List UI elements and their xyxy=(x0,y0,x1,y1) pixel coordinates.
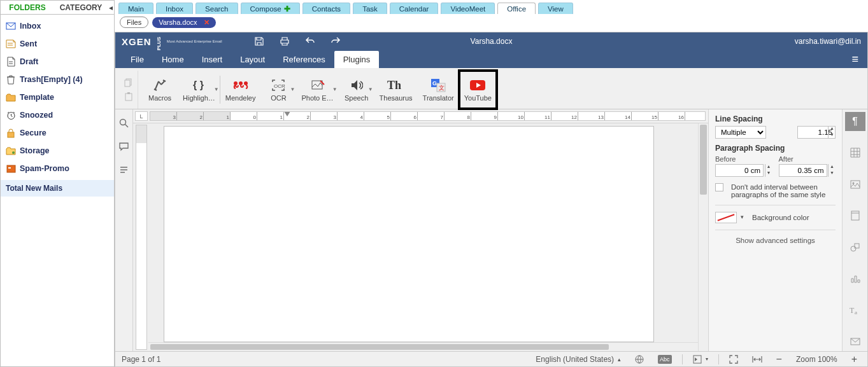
background-color-swatch[interactable] xyxy=(715,212,737,223)
page-indicator[interactable]: Page 1 of 1 xyxy=(122,355,160,364)
shape-mode-icon[interactable] xyxy=(845,238,865,257)
horizontal-scrollbar[interactable] xyxy=(148,342,698,351)
sidebar-total-new-mails[interactable]: Total New Mails xyxy=(1,180,114,197)
undo-icon[interactable] xyxy=(305,36,315,46)
folder-icon xyxy=(6,92,16,102)
tab-main[interactable]: Main xyxy=(118,3,153,14)
plugin-youtube[interactable]: YouTube xyxy=(459,71,497,109)
horizontal-ruler[interactable]: 3210123456789101112131415161718 xyxy=(150,111,706,121)
plugin-label: Highligh… xyxy=(183,94,215,102)
tab-contacts[interactable]: Contacts xyxy=(302,3,350,14)
menu-plugins[interactable]: Plugins xyxy=(334,51,380,68)
plugin-thesaurus[interactable]: ThThesaurus xyxy=(374,71,418,109)
tab-task[interactable]: Task xyxy=(353,3,387,14)
chart-mode-icon[interactable] xyxy=(845,270,865,289)
sidebar-item-inbox[interactable]: Inbox xyxy=(1,17,114,35)
sidebar-item-storage[interactable]: Storage xyxy=(1,142,114,160)
tab-inbox[interactable]: Inbox xyxy=(156,3,193,14)
sidebar-item-draft[interactable]: Draft xyxy=(1,53,114,71)
svg-point-25 xyxy=(852,182,854,184)
folder-icon xyxy=(6,57,16,67)
line-spacing-title: Line Spacing xyxy=(715,114,836,123)
sidebar-collapse-icon[interactable]: ◂ xyxy=(108,3,114,12)
fit-width-icon[interactable] xyxy=(748,356,766,363)
redo-icon[interactable] xyxy=(331,36,341,46)
zoom-in-icon[interactable]: + xyxy=(848,354,861,365)
sidebar-item-template[interactable]: Template xyxy=(1,88,114,106)
table-mode-icon[interactable] xyxy=(845,144,865,163)
menu-more-icon[interactable]: ≡ xyxy=(849,53,861,66)
spellcheck-icon[interactable]: Abc xyxy=(654,355,676,364)
tab-compose[interactable]: Compose✚ xyxy=(241,3,300,14)
plugin-mendeley[interactable]: Mendeley xyxy=(220,71,261,109)
svg-rect-26 xyxy=(851,211,859,220)
spacing-before-input[interactable] xyxy=(715,164,764,177)
document-canvas[interactable] xyxy=(148,123,698,351)
plugin-highligh[interactable]: { }Highligh…▼ xyxy=(178,71,220,109)
tab-office[interactable]: Office xyxy=(497,3,536,14)
track-changes-icon[interactable]: ▾ xyxy=(689,355,712,364)
close-document-icon[interactable]: ✕ xyxy=(204,18,210,27)
sidebar-tab-folders[interactable]: FOLDERS xyxy=(1,1,54,14)
advanced-settings-link[interactable]: Show advanced settings xyxy=(715,237,836,244)
textart-mode-icon[interactable]: Ta xyxy=(845,301,865,320)
paste-icon[interactable] xyxy=(124,92,133,101)
folder-icon xyxy=(6,128,16,138)
comments-icon[interactable] xyxy=(119,142,129,151)
paragraph-mode-icon[interactable]: ¶ xyxy=(845,112,865,131)
tab-view[interactable]: View xyxy=(538,3,573,14)
zoom-level[interactable]: Zoom 100% xyxy=(792,355,841,364)
sidebar-item-sent[interactable]: Sent xyxy=(1,35,114,53)
speech-icon xyxy=(350,78,363,92)
svg-rect-5 xyxy=(8,167,11,169)
sidebar-item-snoozed[interactable]: Snoozed xyxy=(1,106,114,124)
plugin-speech[interactable]: Speech▼ xyxy=(339,71,374,109)
ruler-corner: L xyxy=(135,111,148,121)
fit-page-icon[interactable] xyxy=(725,355,742,364)
sidebar-tab-category[interactable]: CATEGORY xyxy=(54,1,108,14)
no-interval-checkbox[interactable] xyxy=(715,183,723,191)
mail-mode-icon[interactable] xyxy=(845,333,865,352)
mail-sidebar: FOLDERS CATEGORY ◂ InboxSentDraftTrash[E… xyxy=(0,0,115,367)
open-document-pill[interactable]: Varsha.docx ✕ xyxy=(152,17,215,28)
tab-calendar[interactable]: Calendar xyxy=(390,3,439,14)
plugin-ocr[interactable]: OCROCR▼ xyxy=(260,71,296,109)
sidebar-item-trash-empty-4[interactable]: Trash[Empty] (4) xyxy=(1,71,114,88)
files-button[interactable]: Files xyxy=(120,17,148,28)
menu-insert[interactable]: Insert xyxy=(193,51,232,68)
vertical-ruler[interactable] xyxy=(136,125,147,350)
menu-references[interactable]: References xyxy=(274,51,334,68)
sidebar-item-spam-promo[interactable]: Spam-Promo xyxy=(1,160,114,177)
svg-rect-7 xyxy=(125,80,130,87)
current-user[interactable]: varsha.tiwari@dil.in xyxy=(795,37,861,46)
set-language-icon[interactable] xyxy=(631,355,648,364)
tab-videomeet[interactable]: VideoMeet xyxy=(441,3,495,14)
vertical-scrollbar[interactable] xyxy=(698,123,708,351)
print-icon[interactable] xyxy=(280,36,290,46)
line-spacing-mode[interactable]: Multiple xyxy=(715,126,766,139)
header-mode-icon[interactable] xyxy=(845,207,865,226)
copy-icon[interactable] xyxy=(124,78,133,87)
menu-file[interactable]: File xyxy=(122,51,153,68)
folder-icon xyxy=(6,163,16,174)
image-mode-icon[interactable] xyxy=(845,175,865,194)
tab-search[interactable]: Search xyxy=(196,3,238,14)
svg-point-22 xyxy=(120,120,126,125)
plugin-photo-e[interactable]: Photo E…▼ xyxy=(296,71,338,109)
save-icon[interactable] xyxy=(254,36,264,46)
headings-icon[interactable] xyxy=(119,165,129,175)
folder-icon xyxy=(6,39,16,49)
menu-home[interactable]: Home xyxy=(153,51,193,68)
sidebar-item-label: Inbox xyxy=(20,22,41,31)
youtube-icon xyxy=(469,78,487,92)
plugin-translator[interactable]: G文Translator xyxy=(418,71,459,109)
plugin-macros[interactable]: Macros xyxy=(142,71,178,109)
sidebar-item-secure[interactable]: Secure xyxy=(1,124,114,142)
folder-icon xyxy=(6,21,16,31)
language-selector[interactable]: English (United States)▴ xyxy=(532,355,625,364)
zoom-out-icon[interactable]: − xyxy=(772,354,786,365)
search-icon[interactable] xyxy=(119,118,129,128)
menu-layout[interactable]: Layout xyxy=(231,51,274,68)
svg-text:G: G xyxy=(432,80,437,87)
spacing-after-input[interactable] xyxy=(779,164,827,177)
